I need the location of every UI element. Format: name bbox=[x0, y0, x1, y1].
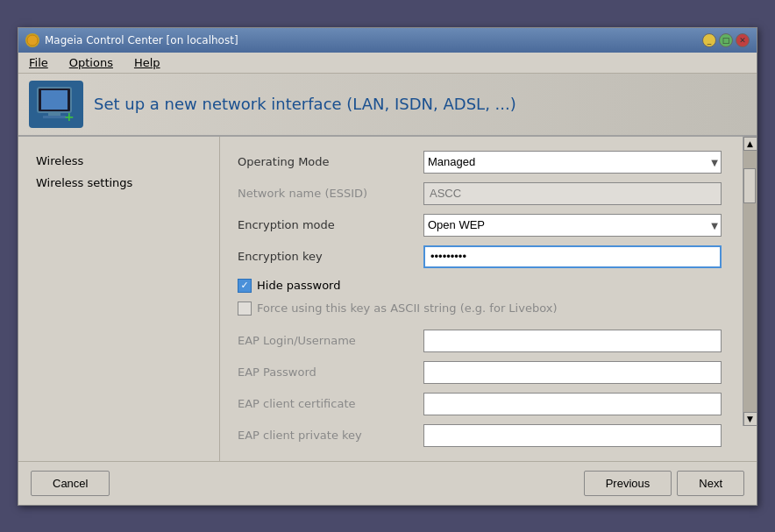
force-ascii-label: Force using this key as ASCII string (e.… bbox=[257, 301, 557, 315]
eap-client-key-input[interactable] bbox=[423, 424, 722, 447]
form-grid: Operating Mode Managed Ad-Hoc Master ▼ N… bbox=[238, 151, 739, 447]
main-form-panel: Operating Mode Managed Ad-Hoc Master ▼ N… bbox=[220, 137, 757, 461]
encryption-key-input[interactable] bbox=[423, 245, 722, 268]
menu-help[interactable]: Help bbox=[129, 54, 166, 71]
svg-rect-3 bbox=[48, 112, 60, 116]
header-banner: + Set up a new network interface (LAN, I… bbox=[18, 74, 757, 137]
scroll-up-button[interactable]: ▲ bbox=[743, 137, 757, 151]
network-name-input[interactable] bbox=[423, 182, 722, 205]
eap-login-label: EAP Login/Username bbox=[238, 334, 413, 347]
network-name-label: Network name (ESSID) bbox=[238, 187, 413, 200]
encryption-mode-wrapper: Open WEP Restricted WEP WPA-PSK WPA2-PSK… bbox=[423, 214, 722, 237]
hide-password-row: ✓ Hide password bbox=[238, 279, 722, 293]
menu-options[interactable]: Options bbox=[64, 54, 118, 71]
close-button[interactable]: ✕ bbox=[736, 33, 750, 47]
scroll-track bbox=[743, 151, 757, 412]
encryption-mode-label: Encryption mode bbox=[238, 218, 413, 231]
operating-mode-label: Operating Mode bbox=[238, 155, 413, 168]
force-ascii-checkbox[interactable] bbox=[238, 301, 252, 316]
menu-file[interactable]: File bbox=[24, 54, 53, 71]
hide-password-checkbox[interactable]: ✓ bbox=[238, 279, 252, 293]
nav-buttons: Previous Next bbox=[584, 471, 744, 496]
network-icon: + bbox=[34, 86, 78, 123]
window-controls: _ □ ✕ bbox=[702, 33, 750, 47]
scroll-down-button[interactable]: ▼ bbox=[743, 412, 757, 426]
main-window: Mageia Control Center [on localhost] _ □… bbox=[18, 27, 757, 506]
force-ascii-row: Force using this key as ASCII string (e.… bbox=[238, 301, 722, 316]
cancel-button[interactable]: Cancel bbox=[31, 471, 110, 496]
svg-rect-4 bbox=[43, 116, 66, 118]
title-bar-left: Mageia Control Center [on localhost] bbox=[25, 33, 238, 47]
minimize-button[interactable]: _ bbox=[702, 33, 716, 47]
scrollbar[interactable]: ▲ ▼ bbox=[743, 137, 757, 426]
menu-bar: File Options Help bbox=[18, 53, 757, 74]
left-nav-panel: Wireless Wireless settings bbox=[18, 137, 220, 461]
encryption-key-label: Encryption key bbox=[238, 250, 413, 263]
svg-point-0 bbox=[27, 35, 38, 46]
eap-client-cert-input[interactable] bbox=[423, 393, 722, 415]
footer: Cancel Previous Next bbox=[18, 461, 757, 505]
svg-text:+: + bbox=[64, 110, 75, 123]
eap-password-input[interactable] bbox=[423, 361, 722, 384]
eap-client-key-label: EAP client private key bbox=[238, 429, 413, 442]
app-icon bbox=[25, 33, 39, 47]
encryption-mode-select[interactable]: Open WEP Restricted WEP WPA-PSK WPA2-PSK… bbox=[423, 214, 722, 237]
operating-mode-wrapper: Managed Ad-Hoc Master ▼ bbox=[423, 151, 722, 174]
maximize-button[interactable]: □ bbox=[719, 33, 733, 47]
eap-password-label: EAP Password bbox=[238, 365, 413, 379]
scroll-thumb[interactable] bbox=[743, 168, 756, 203]
hide-password-label: Hide password bbox=[257, 279, 341, 292]
operating-mode-select[interactable]: Managed Ad-Hoc Master bbox=[423, 151, 722, 174]
eap-login-input[interactable] bbox=[423, 330, 722, 352]
next-button[interactable]: Next bbox=[677, 471, 744, 496]
svg-rect-2 bbox=[41, 90, 68, 110]
eap-client-cert-label: EAP client certificate bbox=[238, 397, 413, 410]
hide-password-checkmark: ✓ bbox=[240, 280, 248, 290]
window-title: Mageia Control Center [on localhost] bbox=[45, 34, 238, 46]
previous-button[interactable]: Previous bbox=[584, 471, 672, 496]
nav-item-wireless-settings[interactable]: Wireless settings bbox=[29, 173, 209, 193]
title-bar: Mageia Control Center [on localhost] _ □… bbox=[18, 28, 757, 53]
header-icon-container: + bbox=[29, 81, 83, 128]
content-area: Wireless Wireless settings Operating Mod… bbox=[18, 137, 757, 461]
header-title: Set up a new network interface (LAN, ISD… bbox=[94, 95, 516, 113]
nav-item-wireless[interactable]: Wireless bbox=[29, 151, 209, 171]
